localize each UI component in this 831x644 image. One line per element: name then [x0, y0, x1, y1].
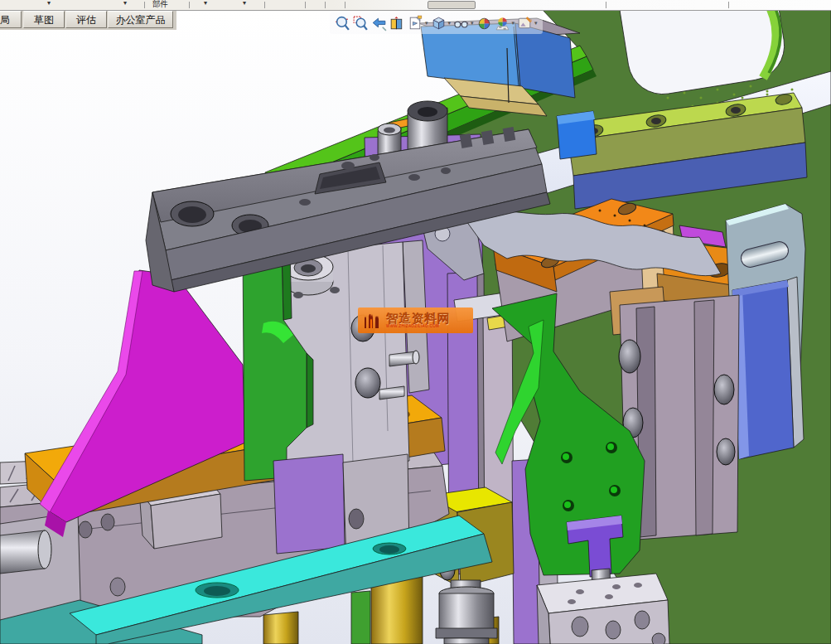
menu-strip: ▾ ▾ 部件 ▾ ▾ [0, 0, 831, 11]
zoom-to-area-icon[interactable] [352, 15, 370, 32]
zoom-to-fit-icon[interactable] [334, 15, 351, 32]
view-orientation-icon[interactable] [430, 15, 447, 32]
green-stripe [351, 591, 370, 644]
collapsed-toolbar-button[interactable] [428, 1, 476, 9]
dropdown-arrow[interactable]: ▾ [243, 0, 246, 7]
component-menu-label[interactable]: 部件 [152, 0, 168, 10]
watermark-subtext: WWW.ZHIZAOZILIAO.COM [386, 325, 451, 329]
separator [345, 2, 345, 8]
separator [728, 2, 729, 8]
edit-appearance-icon[interactable] [476, 15, 493, 32]
drawing-view-icon[interactable] [407, 15, 424, 32]
cylinder-fitting [436, 580, 497, 644]
dropdown-arrow[interactable]: ▾ [123, 0, 127, 7]
dropdown-arrow[interactable]: ▾ [471, 20, 474, 27]
tab-sketch[interactable]: 草图 [23, 11, 65, 28]
dropdown-arrow[interactable]: ▾ [534, 20, 538, 27]
watermark-text: 智造资料网 [386, 312, 451, 325]
watermark-flame-logo [361, 310, 383, 332]
separator [264, 2, 265, 8]
dropdown-arrow[interactable]: ▾ [204, 0, 207, 7]
separator [189, 2, 190, 8]
watermark: 智造资料网 WWW.ZHIZAOZILIAO.COM [358, 307, 473, 333]
view-settings-icon[interactable] [516, 15, 534, 32]
separator [606, 2, 606, 8]
dropdown-arrow[interactable]: ▾ [448, 20, 452, 27]
separator [305, 2, 306, 8]
dropdown-arrow[interactable]: ▾ [47, 0, 51, 7]
solidworks-window: 智造资料网 WWW.ZHIZAOZILIAO.COM ▾ ▾ 部件 ▾ ▾ 局 … [0, 0, 831, 644]
tab-layout[interactable]: 局 [0, 11, 22, 28]
tab-evaluate[interactable]: 评估 [65, 11, 107, 28]
tab-office-products[interactable]: 办公室产品 [108, 11, 173, 28]
dropdown-arrow[interactable]: ▾ [512, 20, 515, 27]
bottom-clamp-block[interactable] [537, 574, 669, 644]
blue-side-plate[interactable] [732, 277, 804, 459]
display-style-icon[interactable] [452, 15, 470, 32]
dropdown-arrow[interactable]: ▾ [425, 20, 428, 27]
previous-view-icon[interactable] [370, 15, 388, 32]
command-manager-tab-bar: 局 草图 评估 办公室产品 [0, 11, 176, 30]
apply-scene-icon[interactable] [494, 15, 511, 32]
separator [144, 2, 145, 8]
separator [325, 2, 326, 8]
heads-up-view-toolbar: ▾ ▾ ▾ ▾ [330, 12, 543, 34]
section-view-icon[interactable] [389, 15, 406, 32]
